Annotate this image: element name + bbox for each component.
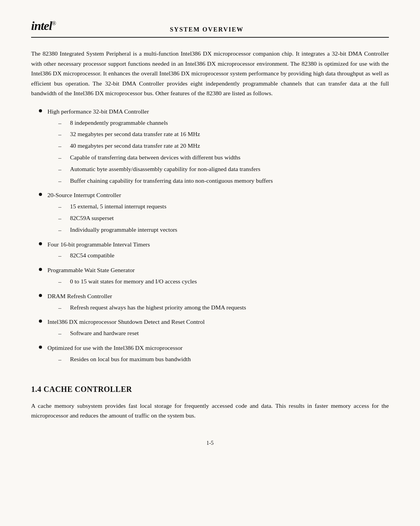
sub-list: –Resides on local bus for maximum bus ba… (58, 355, 389, 365)
sub-dash: – (58, 355, 66, 365)
sub-dash: – (58, 251, 66, 261)
bullet-label-text: 20-Source Interrupt Controller (47, 192, 121, 198)
bullet-item: DRAM Refresh Controller–Refresh request … (39, 292, 389, 315)
sub-list-item: –Automatic byte assembly/disassembly cap… (58, 164, 389, 175)
sub-item-text: 8 independently programmable channels (70, 118, 389, 128)
sub-list-item: –0 to 15 wait states for memory and I/O … (58, 277, 389, 287)
bullet-item: Programmable Wait State Generator–0 to 1… (39, 266, 389, 288)
bullet-label-text: Four 16-bit programmable Interval Timers (47, 241, 150, 248)
sub-item-text: Individually programmable interrupt vect… (70, 225, 389, 235)
bullet-item: High performance 32-bit DMA Controller–8… (39, 107, 389, 188)
sub-item-text: Automatic byte assembly/disassembly capa… (70, 164, 389, 174)
sub-list: –Refresh request always has the highest … (58, 303, 389, 313)
sub-list-item: –32 megabytes per second data transfer r… (58, 129, 389, 140)
sub-item-text: 0 to 15 wait states for memory and I/O a… (70, 277, 389, 287)
sub-item-text: 82C54 compatible (70, 251, 389, 260)
sub-list-item: –40 megabytes per second data transfer r… (58, 141, 389, 151)
sub-item-text: 40 megabytes per second data transfer ra… (70, 141, 389, 151)
bullet-label-text: High performance 32-bit DMA Controller (47, 108, 149, 115)
sub-dash: – (58, 153, 66, 163)
bullet-item: Optimized for use with the Intel386 DX m… (39, 343, 389, 366)
sub-item-text: Resides on local bus for maximum bus ban… (70, 355, 389, 364)
sub-item-text: Capable of transferring data between dev… (70, 153, 389, 163)
sub-item-text: Software and hardware reset (70, 329, 389, 338)
sub-dash: – (58, 202, 66, 212)
page-number: 1-5 (31, 440, 389, 446)
bullet-label-text: Intel386 DX microprocessor Shutdown Dete… (47, 318, 205, 325)
sub-dash: – (58, 164, 66, 175)
bullet-item: Four 16-bit programmable Interval Timers… (39, 240, 389, 263)
sub-dash: – (58, 129, 66, 140)
bullet-dot (39, 268, 42, 271)
feature-list: High performance 32-bit DMA Controller–8… (39, 107, 389, 366)
page-title: SYSTEM OVERVIEW (56, 26, 358, 33)
sub-list-item: –Buffer chaining capability for transfer… (58, 176, 389, 186)
bullet-dot (39, 320, 42, 323)
bullet-dot (39, 109, 42, 112)
sub-dash: – (58, 277, 66, 287)
sub-item-text: Refresh request always has the highest p… (70, 303, 389, 313)
sub-list-item: –Individually programmable interrupt vec… (58, 225, 389, 235)
bullet-item: 20-Source Interrupt Controller–15 extern… (39, 190, 389, 236)
sub-list: –82C54 compatible (58, 251, 389, 261)
sub-list-item: –15 external, 5 internal interrupt reque… (58, 202, 389, 212)
sub-dash: – (58, 329, 66, 339)
sub-dash: – (58, 303, 66, 313)
bullet-item: Intel386 DX microprocessor Shutdown Dete… (39, 317, 389, 340)
bullet-label-text: Programmable Wait State Generator (47, 267, 135, 273)
sub-list: –8 independently programmable channels–3… (58, 118, 389, 186)
bullet-label-text: Optimized for use with the Intel386 DX m… (47, 344, 182, 351)
sub-item-text: 15 external, 5 internal interrupt reques… (70, 202, 389, 211)
intel-logo: intel® (31, 19, 56, 33)
sub-dash: – (58, 118, 66, 128)
bullet-dot (39, 346, 42, 349)
bullet-dot (39, 294, 42, 297)
page-header: intel® SYSTEM OVERVIEW (31, 19, 389, 38)
cache-paragraph: A cache memory subsystem provides fast l… (31, 401, 389, 421)
sub-list-item: –Resides on local bus for maximum bus ba… (58, 355, 389, 365)
sub-list-item: –82C59A susperset (58, 213, 389, 224)
intro-paragraph: The 82380 Integrated System Peripheral i… (31, 49, 389, 98)
bullet-label-text: DRAM Refresh Controller (47, 293, 112, 299)
registered-symbol: ® (52, 21, 56, 26)
page: intel® SYSTEM OVERVIEW The 82380 Integra… (0, 0, 420, 526)
sub-dash: – (58, 176, 66, 186)
sub-list: –0 to 15 wait states for memory and I/O … (58, 277, 389, 287)
sub-dash: – (58, 225, 66, 235)
sub-list-item: –Capable of transferring data between de… (58, 153, 389, 163)
bullet-dot (39, 193, 42, 196)
bullet-dot (39, 242, 42, 245)
sub-item-text: 32 megabytes per second data transfer ra… (70, 129, 389, 139)
sub-list-item: –8 independently programmable channels (58, 118, 389, 128)
sub-list: –Software and hardware reset (58, 329, 389, 339)
sub-dash: – (58, 213, 66, 224)
sub-list: –15 external, 5 internal interrupt reque… (58, 202, 389, 235)
sub-item-text: 82C59A susperset (70, 213, 389, 223)
sub-list-item: –Software and hardware reset (58, 329, 389, 339)
sub-dash: – (58, 141, 66, 151)
sub-list-item: –82C54 compatible (58, 251, 389, 261)
sub-item-text: Buffer chaining capability for transferr… (70, 176, 389, 186)
cache-section-heading: 1.4 CACHE CONTROLLER (31, 385, 389, 394)
sub-list-item: –Refresh request always has the highest … (58, 303, 389, 313)
